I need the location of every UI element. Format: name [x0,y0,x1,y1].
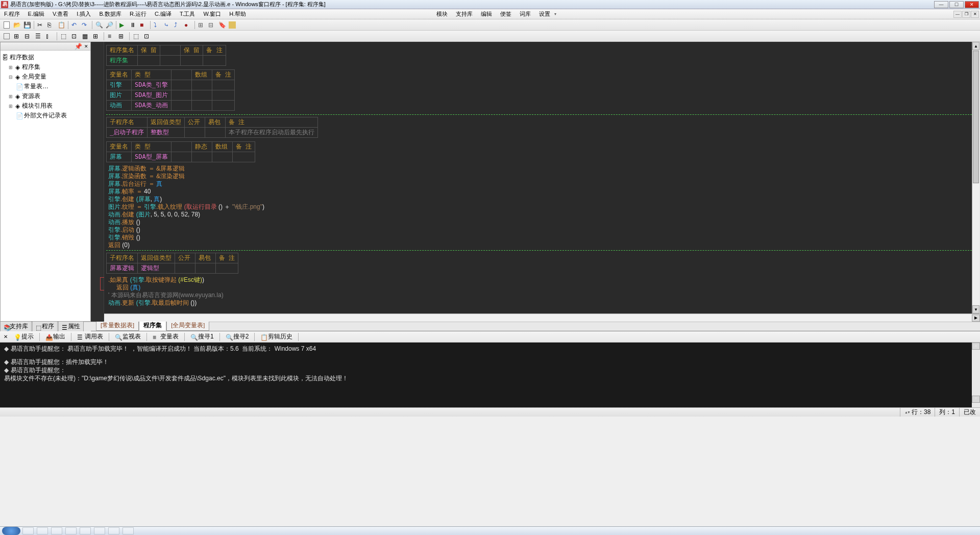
tb2-2[interactable]: ⊞ [13,32,22,41]
tb-open[interactable]: 📂 [12,20,21,30]
maximize-button[interactable]: ☐ [949,1,964,8]
outtab-watch[interactable]: 🔍监视表 [111,331,144,343]
tb-save[interactable]: 💾 [22,20,32,30]
tb2-12[interactable]: ⬚ [132,32,141,41]
tb-misc[interactable] [228,20,237,30]
menu-run[interactable]: R.运行 [126,10,151,18]
mdi-restore[interactable]: ❐ [962,11,970,18]
tb2-4[interactable]: ☰ [34,32,43,41]
tb-undo[interactable]: ↶ [70,20,80,30]
minimize-button[interactable]: — [934,1,948,8]
tb2-7[interactable]: ⊡ [70,32,80,41]
taskbar-item[interactable] [65,527,77,534]
tb2-11[interactable]: ⊞ [117,32,127,41]
menu-edit[interactable]: E.编辑 [24,10,48,18]
taskbar-item[interactable] [22,527,34,534]
scroll-down-icon[interactable]: ▼ [972,305,979,313]
edtab-globalvar[interactable]: [全局变量表] [166,320,209,331]
tb2-1[interactable] [2,32,11,41]
tb2-13[interactable]: ⊡ [143,32,152,41]
menu2-settings[interactable]: 设置 [535,10,554,18]
tb-pause[interactable]: ⏸ [129,20,138,30]
outtab-output[interactable]: 📤输出 [42,331,69,343]
tree-node-resource[interactable]: ⊞◈ 资源表 [2,91,89,101]
sidebar-pin-icon[interactable]: 📌 [75,43,82,50]
outtab-vartable[interactable]: ≡变量表 [149,331,182,343]
tb-bookmark[interactable]: 🔖 [217,20,227,30]
tb-redo[interactable]: ↷ [81,20,90,30]
tb-findnext[interactable]: 🔎 [105,20,114,30]
tb2-9[interactable]: ⊞ [92,32,101,41]
taskbar-item[interactable] [51,527,62,534]
tb-breakpoint[interactable]: ● [183,20,192,30]
mdi-close[interactable]: ✕ [971,11,979,18]
tb-find[interactable]: 🔍 [94,20,104,30]
menu-database[interactable]: B.数据库 [95,10,125,18]
tb-stepout[interactable]: ⤴ [173,20,182,30]
tree-node-moduleref[interactable]: ⊞◈ 模块引用表 [2,101,89,111]
sidetab-props[interactable]: ☰属性 [58,321,84,331]
code-vscroll[interactable]: ▲ ▼ [972,42,980,313]
menu-compile[interactable]: C.编译 [151,10,176,18]
menu2-module[interactable]: 模块 [432,10,452,18]
tb-copy[interactable]: ⎘ [46,20,56,30]
tb-stepover[interactable]: ⤵ [153,20,162,30]
menu2-support[interactable]: 支持库 [452,10,477,18]
tb-uncomment[interactable]: ⊟ [207,20,216,30]
taskbar-item[interactable] [37,527,48,534]
menu2-dict[interactable]: 词库 [516,10,535,18]
outtab-search1[interactable]: 🔍搜寻1 [187,331,217,343]
close-button[interactable]: ✕ [965,1,979,8]
tb2-8[interactable]: ▦ [81,32,90,41]
mdi-minimize[interactable]: — [953,11,962,18]
edtab-programset[interactable]: 程序集 [139,320,166,331]
outtab-calltable[interactable]: ☰调用表 [74,331,107,343]
menu2-note[interactable]: 便签 [496,10,516,18]
tb-new[interactable] [2,20,11,30]
outtab-clip[interactable]: 📋剪辑历史 [257,331,296,343]
menu2-edit[interactable]: 编辑 [477,10,496,18]
tb-stop[interactable]: ■ [139,20,148,30]
book-icon: 📚 [4,324,9,329]
tree-root[interactable]: 🗄 程序数据 [2,53,89,62]
tb2-6[interactable]: ⬚ [60,32,69,41]
menu-tools[interactable]: T.工具 [176,10,200,18]
output-body[interactable]: 易语言助手提醒您： 易语言助手加载完毕！ ，智能编译开启成功！ 当前易版本：5.… [0,343,980,407]
tb-paste[interactable]: 📋 [57,20,66,30]
output-close-icon[interactable]: ✕ [2,333,9,341]
menu-help[interactable]: H.帮助 [225,10,250,18]
tree-node-extfile[interactable]: 📄 外部文件记录表 [2,111,89,120]
scroll-up-icon[interactable]: ▲ [972,42,979,50]
tb-stepin[interactable]: ⤷ [163,20,172,30]
taskbar-item[interactable] [80,527,91,534]
tree-node-globalvar[interactable]: ⊟◈ 全局变量 [2,72,89,82]
menu-window[interactable]: W.窗口 [199,10,225,18]
edtab-const[interactable]: [常量数据表] [96,320,139,331]
menu-view[interactable]: V.查看 [48,10,72,18]
taskbar-item[interactable] [122,527,134,534]
tb-comment[interactable]: ⊞ [197,20,206,30]
taskbar-item[interactable] [94,527,105,534]
taskbar-item[interactable] [108,527,119,534]
tb2-3[interactable]: ⊟ [23,32,33,41]
code-editor[interactable]: 程序集名保 留保 留备 注 程序集 变量名类 型数组备 注 引擎SDA类_引擎 … [91,42,980,322]
sidetab-support[interactable]: 📚支持库 [0,321,32,331]
sidebar-close-icon[interactable]: ✕ [83,43,89,50]
sidetab-program[interactable]: ⬚程序 [32,321,58,331]
scroll-right-icon[interactable]: ▶ [972,314,980,322]
code-hscroll[interactable]: ◀ ▶ [91,313,980,322]
outtab-hint[interactable]: 💡提示 [10,331,37,343]
tree-node-programset[interactable]: ⊞◈ 程序集 [2,62,89,72]
tb2-5[interactable]: ⫿ [45,32,54,41]
output-vscroll[interactable]: ▲ ▼ [972,343,980,407]
menu-insert[interactable]: I.插入 [72,10,95,18]
tb-cut[interactable]: ✂ [36,20,45,30]
tb-run[interactable]: ▶ [118,20,128,30]
project-tree[interactable]: 🗄 程序数据 ⊞◈ 程序集 ⊟◈ 全局变量 📄 常量表… ⊞◈ 资源表 ⊞◈ 模 [1,51,90,321]
tree-node-const[interactable]: 📄 常量表… [2,82,89,91]
start-button[interactable] [2,527,20,535]
menu-program[interactable]: F.程序 [0,10,24,18]
code-scroll[interactable]: 程序集名保 留保 留备 注 程序集 变量名类 型数组备 注 引擎SDA类_引擎 … [91,42,972,313]
outtab-search2[interactable]: 🔍搜寻2 [222,331,253,343]
tb2-10[interactable]: ≡ [107,32,116,41]
